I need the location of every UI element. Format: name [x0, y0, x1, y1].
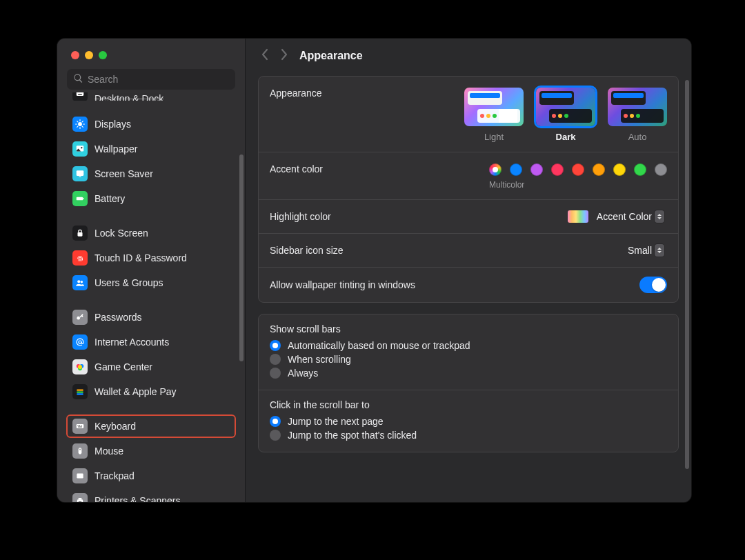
- panel-scroll: Show scroll bars Automatically based on …: [258, 314, 679, 452]
- row-label: Allow wallpaper tinting in windows: [270, 279, 415, 290]
- lock-icon: [72, 226, 88, 241]
- users-icon: [72, 275, 88, 290]
- svg-rect-18: [77, 390, 83, 391]
- stepper-icon: [655, 210, 664, 223]
- accent-swatch-ffd60a[interactable]: [613, 163, 626, 176]
- trackpad-icon: [72, 468, 88, 483]
- row-label: Highlight color: [270, 211, 331, 222]
- search-icon: [73, 73, 83, 86]
- main-scrollbar[interactable]: [685, 80, 689, 469]
- iconsize-select[interactable]: Small: [625, 243, 667, 258]
- close-button[interactable]: [71, 51, 79, 59]
- radio-label: Jump to the spot that's clicked: [288, 430, 417, 441]
- accent-selected-label: Multicolor: [489, 180, 667, 190]
- appearance-option-dark[interactable]: Dark: [536, 88, 595, 142]
- svg-rect-19: [77, 391, 83, 392]
- sidebar-item-screen-saver[interactable]: Screen Saver: [67, 163, 235, 185]
- radio-indicator: [270, 430, 281, 441]
- sidebar-item-wallpaper[interactable]: Wallpaper: [67, 138, 235, 160]
- svg-point-17: [78, 365, 82, 369]
- nav-forward-button[interactable]: [280, 48, 288, 63]
- appearance-option-auto[interactable]: Auto: [608, 88, 667, 142]
- sidebar-item-battery[interactable]: Battery: [67, 188, 235, 210]
- sidebar-item-label: Wallpaper: [95, 143, 138, 154]
- sidebar-item-wallet-apple-pay[interactable]: Wallet & Apple Pay: [67, 381, 235, 403]
- sidebar-item-mouse[interactable]: Mouse: [67, 440, 235, 462]
- sidebar-item-touch-id-password[interactable]: Touch ID & Password: [67, 247, 235, 269]
- sidebar-item-label: Keyboard: [95, 421, 136, 432]
- sidebar-item-displays[interactable]: Displays: [67, 113, 235, 135]
- sidebar-item-label: Trackpad: [95, 470, 135, 481]
- radio-indicator: [270, 368, 281, 379]
- sidebar-list: Desktop & Dock DisplaysWallpaperScreen S…: [57, 92, 245, 502]
- sidebar-scrollbar[interactable]: [239, 154, 244, 361]
- highlight-select[interactable]: Accent Color: [568, 209, 667, 224]
- stepper-icon: [655, 244, 664, 257]
- sidebar: Desktop & Dock DisplaysWallpaperScreen S…: [57, 39, 246, 502]
- accent-swatch-multicolor[interactable]: [489, 163, 501, 176]
- sidebar-item-label: Desktop & Dock: [95, 93, 163, 101]
- gamecenter-icon: [72, 359, 88, 374]
- radio-option[interactable]: Jump to the spot that's clicked: [270, 428, 667, 442]
- radio-option[interactable]: Jump to the next page: [270, 414, 667, 428]
- window-controls: [57, 39, 245, 59]
- row-label: Sidebar icon size: [270, 245, 344, 256]
- sidebar-item-keyboard[interactable]: Keyboard: [67, 415, 235, 437]
- appearance-preview: [536, 88, 595, 126]
- displays-icon: [72, 117, 88, 132]
- sidebar-item-users-groups[interactable]: Users & Groups: [67, 272, 235, 294]
- row-highlight: Highlight color Accent Color: [259, 200, 678, 234]
- section-scrollbars: Show scroll bars Automatically based on …: [259, 314, 678, 390]
- zoom-button[interactable]: [99, 51, 107, 59]
- sidebar-item-passwords[interactable]: Passwords: [67, 306, 235, 328]
- search-input[interactable]: [88, 74, 229, 85]
- svg-rect-31: [79, 501, 82, 502]
- sidebar-item-printers-scanners[interactable]: Printers & Scanners: [67, 490, 235, 502]
- accent-swatch-bf5af2[interactable]: [530, 163, 543, 176]
- appearance-option-light[interactable]: Light: [464, 88, 524, 142]
- row-label: Appearance: [270, 88, 322, 99]
- highlight-value: Accent Color: [597, 211, 652, 222]
- radio-option[interactable]: When scrolling: [270, 352, 667, 366]
- sidebar-item-label: Screen Saver: [95, 168, 153, 179]
- appearance-option-label: Light: [484, 132, 504, 142]
- accent-swatch-ff375f[interactable]: [551, 163, 564, 176]
- nav-back-button[interactable]: [261, 48, 269, 63]
- radio-option[interactable]: Always: [270, 366, 667, 380]
- at-icon: [72, 334, 88, 350]
- svg-rect-0: [77, 92, 84, 96]
- svg-rect-22: [78, 426, 79, 426]
- svg-point-13: [79, 341, 81, 343]
- mouse-icon: [72, 443, 88, 459]
- minimize-button[interactable]: [85, 51, 93, 59]
- accent-swatch-8e8e93[interactable]: [655, 163, 667, 176]
- accent-swatch-ff9f0a[interactable]: [593, 163, 605, 176]
- row-tinting: Allow wallpaper tinting in windows: [259, 268, 678, 302]
- radio-option[interactable]: Automatically based on mouse or trackpad: [270, 339, 667, 352]
- search-field[interactable]: [67, 69, 235, 90]
- sidebar-item-lock-screen[interactable]: Lock Screen: [67, 222, 235, 244]
- row-appearance: Appearance LightDarkAuto: [259, 77, 678, 152]
- sidebar-item-game-center[interactable]: Game Center: [67, 356, 235, 378]
- svg-rect-30: [79, 498, 82, 500]
- svg-rect-28: [77, 474, 83, 479]
- sidebar-item-internet-accounts[interactable]: Internet Accounts: [67, 331, 235, 353]
- keyboard-icon: [72, 419, 88, 434]
- accent-swatch-0a84ff[interactable]: [510, 163, 522, 176]
- sidebar-item-desktop-dock[interactable]: Desktop & Dock: [67, 92, 235, 101]
- sidebar-item-trackpad[interactable]: Trackpad: [67, 465, 235, 487]
- svg-rect-20: [77, 393, 83, 394]
- accent-swatch-32d74b[interactable]: [634, 163, 646, 176]
- iconsize-value: Small: [628, 245, 652, 256]
- radio-indicator: [270, 340, 281, 351]
- svg-point-12: [77, 317, 80, 320]
- highlight-swatch: [568, 210, 588, 223]
- accent-swatch-ff453a[interactable]: [572, 163, 584, 176]
- svg-point-11: [81, 281, 83, 283]
- section-title: Click in the scroll bar to: [270, 399, 667, 410]
- appearance-preview: [464, 88, 524, 126]
- key-icon: [72, 310, 88, 325]
- radio-indicator: [270, 354, 281, 365]
- radio-label: Always: [288, 368, 318, 379]
- tinting-switch[interactable]: [639, 277, 667, 293]
